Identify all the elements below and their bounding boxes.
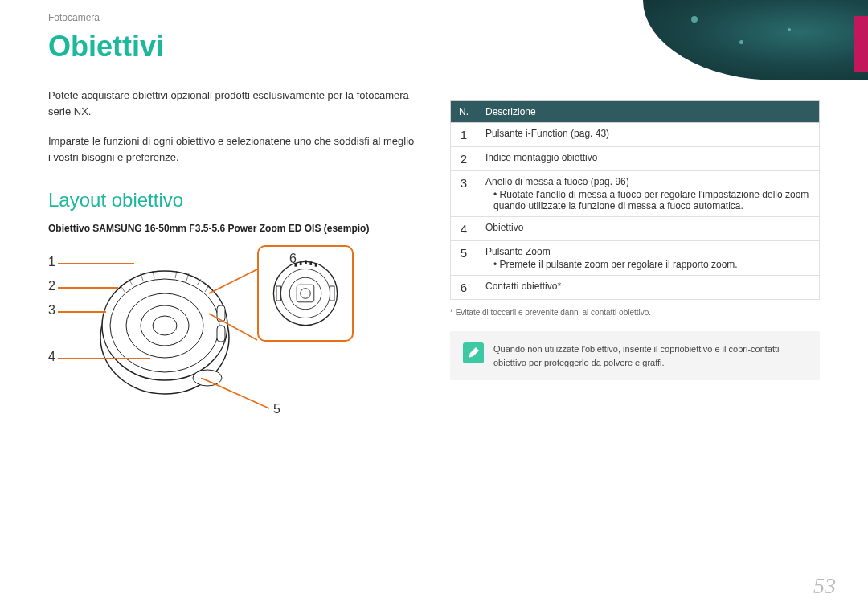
svg-rect-26 xyxy=(315,263,317,267)
page-number: 53 xyxy=(813,573,836,599)
table-header-num: N. xyxy=(451,101,477,123)
table-header-desc: Descrizione xyxy=(477,101,820,123)
table-row: 6 Contatti obiettivo* xyxy=(451,276,820,300)
callout-2: 2 xyxy=(48,279,55,293)
page-title: Obiettivi xyxy=(48,30,418,64)
callout-6: 6 xyxy=(289,252,297,266)
svg-rect-23 xyxy=(300,261,302,265)
section-tab xyxy=(854,16,868,72)
svg-rect-28 xyxy=(330,286,334,301)
description-table: N. Descrizione 1 Pulsante i-Function (pa… xyxy=(450,100,820,300)
table-row: 4 Obiettivo xyxy=(451,217,820,241)
footnote: * Evitate di toccarli e prevenite danni … xyxy=(450,308,820,317)
pen-icon xyxy=(463,342,484,363)
intro-paragraph-1: Potete acquistare obiettivi opzionali pr… xyxy=(48,88,418,119)
breadcrumb: Fotocamera xyxy=(48,12,418,23)
intro-paragraph-2: Imparate le funzioni di ogni obiettivo e… xyxy=(48,133,418,165)
table-row: 2 Indice montaggio obiettivo xyxy=(451,147,820,171)
section-title: Layout obiettivo xyxy=(48,189,418,211)
note-text: Quando non utilizzate l'obiettivo, inser… xyxy=(493,342,807,369)
lens-diagram: 1 2 3 4 5 6 xyxy=(48,245,354,430)
svg-rect-25 xyxy=(309,261,312,265)
table-row: 3 Anello di messa a fuoco (pag. 96)• Ruo… xyxy=(451,171,820,217)
callout-1: 1 xyxy=(48,255,55,269)
callout-4: 4 xyxy=(48,350,55,364)
callout-3: 3 xyxy=(48,303,55,318)
callout-5-line xyxy=(201,378,273,410)
callout-5: 5 xyxy=(273,402,280,416)
svg-rect-24 xyxy=(305,261,307,265)
svg-point-17 xyxy=(273,261,337,325)
note-box: Quando non utilizzate l'obiettivo, inser… xyxy=(450,331,820,380)
table-row: 5 Pulsante Zoom• Premete il pulsante zoo… xyxy=(451,241,820,276)
lens-caption: Obiettivo SAMSUNG 16-50mm F3.5-5.6 Power… xyxy=(48,223,418,234)
svg-rect-27 xyxy=(276,286,280,301)
lens-rear-illustration xyxy=(257,245,354,342)
table-row: 1 Pulsante i-Function (pag. 43) xyxy=(451,123,820,147)
